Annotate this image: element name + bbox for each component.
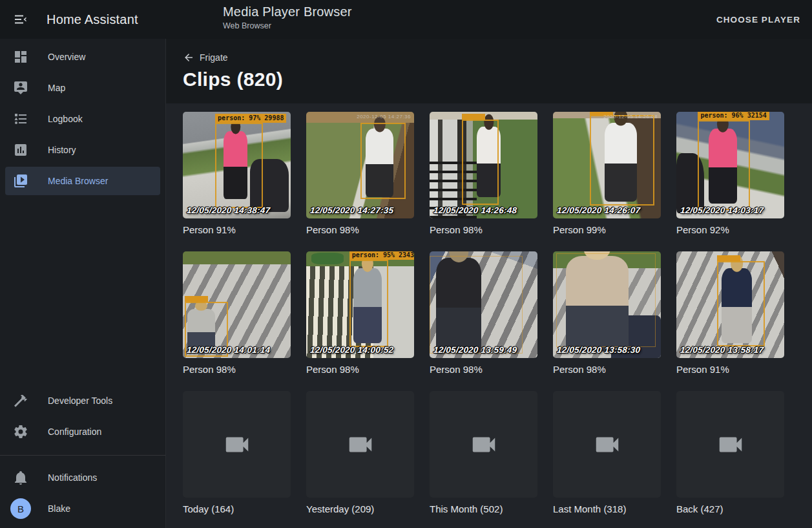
clip-item[interactable]: 2020-12-05 14:27:36 12/05/2020 14:27:35 … [306,112,414,235]
detection-box [717,261,764,346]
folder-item[interactable]: Yesterday (209) [306,391,414,514]
clip-thumbnail[interactable]: 12/05/2020 13:59:49 [430,251,537,358]
timestamp-overlay: 12/05/2020 13:59:49 [433,345,517,355]
clip-item[interactable]: 2020-12-05 14:26:08 12/05/2020 14:26:07 … [553,112,661,235]
home-assistant-app: Home Assistant Media Player Browser Web … [0,0,812,528]
breadcrumb-label: Frigate [200,52,228,63]
choose-player-button[interactable]: CHOOSE PLAYER [716,15,800,25]
folder-tile[interactable] [430,391,537,498]
sidebar: Overview Map Logbook History [0,39,166,528]
clip-thumbnail[interactable]: 12/05/2020 13:58:17 [676,251,784,358]
clip-item[interactable]: 12/05/2020 14:26:48 Person 98% [430,112,537,235]
timestamp-overlay: 12/05/2020 14:38:47 [186,206,270,215]
clip-thumbnail[interactable]: 12/05/2020 14:26:48 [430,112,537,218]
clip-caption: Person 98% [306,364,414,375]
detection-box [556,253,656,347]
clip-item[interactable]: person: 95% 23432 12/05/2020 14:00:52 Pe… [306,251,414,375]
camera-osd: 2020-12-05 14:27:36 [357,114,411,120]
clip-caption: Person 98% [183,364,291,375]
detection-box [698,120,749,210]
folder-item[interactable]: Last Month (318) [553,391,661,514]
sidebar-item-logbook[interactable]: Logbook [5,105,160,133]
clip-thumbnail[interactable]: person: 97% 29988 12/05/2020 14:38:47 [183,112,291,218]
folder-tile[interactable] [306,391,414,498]
timestamp-overlay: 12/05/2020 14:26:07 [556,206,640,215]
sidebar-item-developer-tools[interactable]: Developer Tools [5,386,160,415]
sidebar-item-label: Map [48,83,65,93]
timestamp-overlay: 12/05/2020 13:58:17 [680,345,764,355]
detection-tag: person: 97% 29988 [215,114,286,123]
timestamp-overlay: 12/05/2020 14:01:14 [186,345,270,355]
clip-caption: Person 98% [430,224,537,235]
sidebar-spacer [0,198,165,386]
clips-grid: person: 97% 29988 12/05/2020 14:38:47 Pe… [166,103,812,514]
sidebar-item-overview[interactable]: Overview [5,43,160,71]
sidebar-item-label: Logbook [48,114,83,124]
folder-item[interactable]: Back (427) [676,391,784,514]
detection-box [430,256,523,354]
hammer-icon [13,393,28,408]
sidebar-item-media-browser[interactable]: Media Browser [5,167,160,195]
app-title: Home Assistant [47,12,138,27]
sidebar-item-user[interactable]: B Blake [5,494,160,523]
sidebar-item-label: History [48,145,76,155]
timestamp-overlay: 12/05/2020 14:03:17 [680,206,764,215]
user-name: Blake [48,503,70,514]
detection-box [360,123,406,200]
folder-caption: Yesterday (209) [306,503,414,514]
sidebar-item-history[interactable]: History [5,136,160,164]
format-list-bulleted-icon [13,111,28,127]
sidebar-divider [0,455,165,456]
timestamp-overlay: 12/05/2020 14:27:35 [309,206,393,215]
panel-title-block: Media Player Browser Web Browser [223,5,352,30]
detection-tag: person: 96% 32154 [698,112,769,120]
sidebar-item-configuration[interactable]: Configuration [5,417,160,446]
timestamp-overlay: 12/05/2020 13:58:30 [556,345,640,355]
detection-tag [462,114,485,120]
folder-item[interactable]: Today (164) [183,391,291,514]
clip-item[interactable]: person: 96% 32154 12/05/2020 14:03:17 Pe… [676,112,784,235]
clip-thumbnail[interactable]: 12/05/2020 13:58:30 [553,251,661,358]
folder-tile[interactable] [183,391,291,498]
clip-item[interactable]: 12/05/2020 13:59:49 Person 98% [430,251,537,375]
video-icon [346,430,375,459]
menu-toggle-icon[interactable] [13,12,28,27]
clip-thumbnail[interactable]: person: 96% 32154 12/05/2020 14:03:17 [676,112,784,218]
clip-caption: Person 91% [183,224,291,235]
folder-tile[interactable] [676,391,784,498]
folder-item[interactable]: This Month (502) [430,391,537,514]
gear-icon [13,424,28,439]
clip-thumbnail[interactable]: 2020-12-05 14:26:08 12/05/2020 14:26:07 [553,112,661,218]
sidebar-item-label: Media Browser [48,176,108,186]
arrow-left-icon [183,52,194,63]
clip-thumbnail[interactable]: 2020-12-05 14:27:36 12/05/2020 14:27:35 [306,112,414,218]
sidebar-item-notifications[interactable]: Notifications [5,463,160,492]
clip-caption: Person 98% [553,364,661,375]
sidebar-item-map[interactable]: Map [5,74,160,102]
sidebar-item-label: Notifications [48,472,97,483]
clip-item[interactable]: 12/05/2020 14:01:14 Person 98% [183,251,291,375]
clip-caption: Person 98% [306,224,414,235]
bell-icon [13,470,28,485]
clip-thumbnail[interactable]: 12/05/2020 14:01:14 [183,251,291,358]
breadcrumb-back[interactable]: Frigate [183,52,228,63]
detection-tag [717,255,740,261]
clip-item[interactable]: 12/05/2020 13:58:17 Person 91% [676,251,784,375]
video-icon [716,430,745,459]
sidebar-item-label: Configuration [48,427,101,437]
panel-subtitle: Web Browser [223,21,352,30]
clip-caption: Person 99% [553,224,661,235]
clip-thumbnail[interactable]: person: 95% 23432 12/05/2020 14:00:52 [306,251,414,358]
play-box-multiple-icon [13,173,28,189]
detection-box [349,260,388,347]
folder-tile[interactable] [553,391,661,498]
folder-caption: Back (427) [676,503,784,514]
sidebar-item-label: Developer Tools [48,396,112,406]
page-title: Clips (820) [183,69,812,90]
camera-osd: 2020-12-05 14:26:08 [603,114,658,120]
clip-caption: Person 91% [676,364,784,375]
scene-shape [311,253,344,264]
video-icon [469,430,499,459]
clip-item[interactable]: 12/05/2020 13:58:30 Person 98% [553,251,661,375]
clip-item[interactable]: person: 97% 29988 12/05/2020 14:38:47 Pe… [183,112,291,235]
